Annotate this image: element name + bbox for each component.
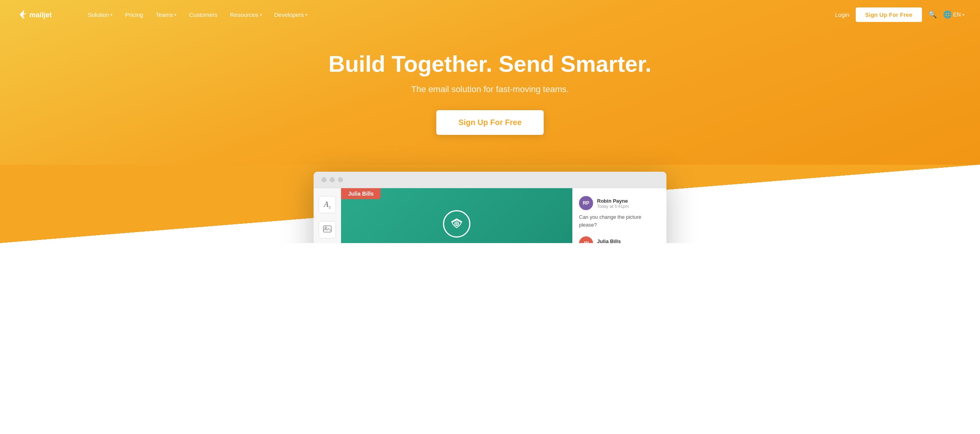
email-recipient-tag: Julia Bills — [341, 188, 381, 199]
search-icon[interactable]: 🔍 — [928, 10, 937, 19]
nav-links: Solution ▾ Pricing Teams ▾ Customers Res… — [82, 8, 835, 21]
svg-text:mailjet: mailjet — [29, 11, 52, 19]
comment-1-header: RP Robin Payne Today at 5:41pm — [579, 196, 660, 210]
avatar-rp: RP — [579, 196, 593, 210]
comments-panel: RP Robin Payne Today at 5:41pm Can you c… — [572, 188, 666, 243]
chevron-down-icon: ▾ — [260, 13, 262, 17]
editor-toolbar: AI — [314, 188, 341, 243]
window-dot-3 — [338, 177, 343, 182]
comment-2: JB Julia Bills Today at 5:43pm Done! — [579, 236, 660, 243]
svg-point-2 — [325, 227, 327, 229]
image-icon — [323, 225, 332, 234]
chevron-down-icon: ▾ — [962, 13, 964, 17]
language-selector[interactable]: EN — [953, 11, 961, 18]
hero-cta-button[interactable]: Sign Up For Free — [436, 110, 543, 135]
email-brand-logo — [443, 210, 470, 238]
chevron-down-icon: ▾ — [174, 13, 176, 17]
globe-icon[interactable]: 🌐 EN ▾ — [943, 10, 964, 19]
below-hero-section — [0, 243, 980, 321]
hero-section: Build Together. Send Smarter. The email … — [0, 0, 980, 243]
chevron-down-icon: ▾ — [111, 13, 113, 17]
toolbar-text-tool[interactable]: AI — [319, 196, 336, 213]
nav-developers[interactable]: Developers ▾ — [269, 8, 313, 21]
window-title-bar — [314, 172, 666, 188]
comment-1-time: Today at 5:41pm — [597, 204, 629, 209]
comment-1-text: Can you change the picture please? — [579, 213, 660, 229]
hero-subtitle: The email solution for fast-moving teams… — [411, 84, 569, 94]
nav-teams[interactable]: Teams ▾ — [150, 8, 182, 21]
comment-1: RP Robin Payne Today at 5:41pm Can you c… — [579, 196, 660, 229]
login-link[interactable]: Login — [835, 11, 849, 18]
logo[interactable]: mailjet — [16, 7, 67, 22]
nav-customers[interactable]: Customers — [183, 8, 223, 21]
comment-2-header: JB Julia Bills Today at 5:43pm — [579, 236, 660, 243]
nav-signup-button[interactable]: Sign Up For Free — [856, 7, 922, 22]
toolbar-image-tool[interactable] — [319, 221, 336, 238]
window-dot-1 — [321, 177, 327, 182]
email-brand-name: VIDALOKA — [422, 242, 492, 243]
nav-pricing[interactable]: Pricing — [120, 8, 149, 21]
mockup-window-wrapper: AI — [314, 172, 666, 243]
navbar: mailjet Solution ▾ Pricing Teams ▾ Custo… — [0, 0, 980, 29]
nav-right: Login Sign Up For Free 🔍 🌐 EN ▾ — [835, 7, 964, 22]
comment-2-name: Julia Bills — [597, 238, 629, 243]
nav-resources[interactable]: Resources ▾ — [225, 8, 267, 21]
svg-rect-1 — [323, 226, 331, 232]
chevron-down-icon: ▾ — [305, 13, 307, 17]
window-body: AI — [314, 188, 666, 243]
window-dot-2 — [330, 177, 335, 182]
avatar-jb: JB — [579, 236, 593, 243]
hero-title: Build Together. Send Smarter. — [328, 51, 652, 77]
email-preview-area: Julia Bills VIDALOKA 20% o — [341, 188, 572, 243]
comment-1-name: Robin Payne — [597, 198, 629, 204]
text-icon: AI — [324, 200, 330, 210]
mockup-window: AI — [314, 172, 666, 243]
nav-solution[interactable]: Solution ▾ — [82, 8, 118, 21]
